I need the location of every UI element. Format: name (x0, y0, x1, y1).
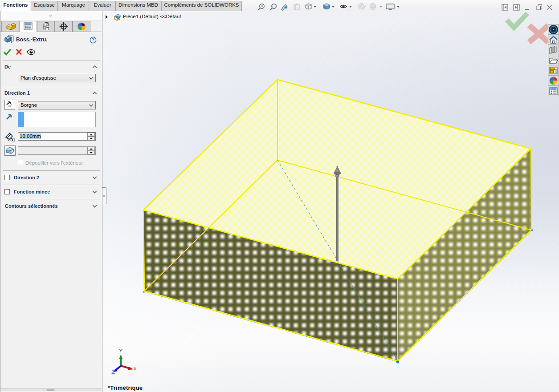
svg-text:?: ? (92, 37, 94, 42)
